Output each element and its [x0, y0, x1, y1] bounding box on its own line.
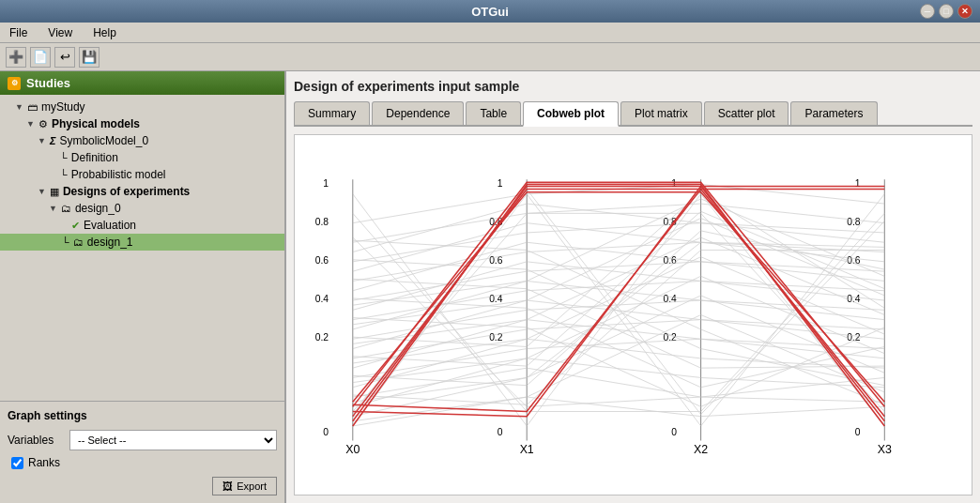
- ranks-row: Ranks: [8, 456, 277, 469]
- variables-select[interactable]: -- Select --: [69, 430, 277, 450]
- variables-label: Variables: [8, 434, 64, 447]
- menu-file[interactable]: File: [4, 24, 33, 41]
- y-tick-04-3: 0.4: [847, 294, 861, 304]
- cobweb-chart: X0 X1 X2 X3 1 0.8 0.6 0.4 0.2 0 1 0.8 0.…: [295, 135, 972, 495]
- line-icon-2: └: [60, 169, 68, 180]
- studies-icon: ⚙: [8, 77, 21, 90]
- tree-item-physical-models[interactable]: ▼ ⚙ Physical models: [0, 115, 284, 132]
- right-panel: Design of experiments input sample Summa…: [286, 71, 980, 503]
- tab-scatter[interactable]: Scatter plot: [704, 101, 789, 125]
- x0-label: X0: [345, 443, 360, 456]
- studies-header: ⚙ Studies: [0, 71, 284, 95]
- chart-area: X0 X1 X2 X3 1 0.8 0.6 0.4 0.2 0 1 0.8 0.…: [294, 134, 972, 495]
- tree-label-design-1: design_1: [87, 236, 133, 249]
- studies-label: Studies: [26, 76, 70, 90]
- y-tick-0-3: 0: [855, 427, 861, 437]
- main-layout: ⚙ Studies ▼ 🗃 myStudy ▼ ⚙ Physical model…: [0, 71, 980, 503]
- variables-row: Variables -- Select --: [8, 430, 277, 450]
- y-tick-0-2: 0: [671, 427, 677, 437]
- y-tick-02-0: 0.2: [315, 332, 329, 343]
- table-icon: ▦: [50, 186, 59, 198]
- y-tick-0-0: 0: [323, 427, 329, 437]
- expand-arrow-pm: ▼: [26, 119, 35, 129]
- tree-label-definition: Definition: [71, 151, 118, 164]
- x3-label: X3: [878, 443, 892, 456]
- tab-cobweb[interactable]: Cobweb plot: [523, 101, 619, 127]
- tree-item-design-0[interactable]: ▼ 🗂 design_0: [0, 200, 284, 217]
- graph-settings-title: Graph settings: [8, 409, 277, 422]
- x2-label: X2: [694, 443, 708, 456]
- export-row: 🖼 Export: [8, 477, 277, 495]
- y-tick-06-0: 0.6: [315, 255, 329, 266]
- maximize-button[interactable]: □: [939, 4, 954, 19]
- tab-table[interactable]: Table: [466, 101, 521, 125]
- tree-item-definition[interactable]: └ Definition: [0, 149, 284, 166]
- folder-icon-d1b: 🗂: [73, 236, 84, 248]
- line-icon: └: [60, 152, 68, 163]
- folder-icon-d1: └: [49, 236, 69, 248]
- tree-label-design-0: design_0: [75, 202, 121, 215]
- tree-label-probabilistic-model: Probabilistic model: [71, 168, 166, 181]
- menu-view[interactable]: View: [42, 24, 78, 41]
- tree: ▼ 🗃 myStudy ▼ ⚙ Physical models ▼ Σ Symb…: [0, 95, 284, 401]
- tab-plot-matrix[interactable]: Plot matrix: [620, 101, 702, 125]
- y-tick-02-3: 0.2: [847, 332, 861, 343]
- window-controls: ─ □ ✕: [920, 4, 972, 19]
- gear-icon: ⚙: [38, 118, 48, 130]
- tab-summary[interactable]: Summary: [294, 101, 370, 125]
- tree-item-probabilistic-model[interactable]: └ Probabilistic model: [0, 166, 284, 183]
- tree-label-evaluation: Evaluation: [84, 219, 136, 232]
- tree-label-doe: Designs of experiments: [63, 185, 190, 198]
- folder-icon-d0: 🗂: [61, 203, 71, 214]
- expand-arrow-doe: ▼: [38, 187, 46, 196]
- tab-dependence[interactable]: Dependence: [372, 101, 464, 125]
- sigma-icon: Σ: [50, 135, 56, 146]
- tree-label-my-study: myStudy: [41, 100, 85, 114]
- app-title: OTGui: [471, 5, 509, 19]
- y-tick-08-0: 0.8: [315, 217, 329, 227]
- tab-parameters[interactable]: Parameters: [790, 101, 877, 125]
- titlebar: OTGui ─ □ ✕: [0, 0, 980, 23]
- undo-button[interactable]: ↩: [54, 47, 75, 68]
- x1-label: X1: [520, 443, 534, 456]
- left-panel: ⚙ Studies ▼ 🗃 myStudy ▼ ⚙ Physical model…: [0, 71, 286, 503]
- open-button[interactable]: 📄: [30, 47, 51, 68]
- tree-label-physical-models: Physical models: [52, 117, 140, 130]
- tree-item-design-1[interactable]: └ 🗂 design_1: [0, 234, 284, 251]
- graph-settings: Graph settings Variables -- Select -- Ra…: [0, 401, 284, 503]
- content-title: Design of experiments input sample: [294, 79, 972, 94]
- expand-arrow-sm: ▼: [38, 136, 46, 145]
- y-tick-1-1: 1: [498, 178, 503, 189]
- y-tick-08-3: 0.8: [847, 217, 861, 227]
- close-button[interactable]: ✕: [957, 4, 972, 19]
- y-tick-04-0: 0.4: [315, 294, 329, 304]
- toolbar: ➕ 📄 ↩ 💾: [0, 43, 980, 71]
- tree-item-symbolic-model[interactable]: ▼ Σ SymbolicModel_0: [0, 132, 284, 149]
- save-button[interactable]: 💾: [79, 47, 100, 68]
- expand-arrow: ▼: [15, 102, 23, 112]
- tree-label-symbolic-model: SymbolicModel_0: [59, 134, 148, 147]
- menubar: File View Help: [0, 23, 980, 43]
- tree-item-my-study[interactable]: ▼ 🗃 myStudy: [0, 99, 284, 115]
- tree-item-evaluation[interactable]: ✔ Evaluation: [0, 217, 284, 234]
- minimize-button[interactable]: ─: [920, 4, 935, 19]
- y-tick-1-0: 1: [323, 178, 329, 189]
- ranks-label: Ranks: [28, 456, 60, 469]
- folder-icon: 🗃: [27, 101, 38, 113]
- export-icon: 🖼: [222, 480, 233, 492]
- tree-item-doe[interactable]: ▼ ▦ Designs of experiments: [0, 183, 284, 200]
- export-button[interactable]: 🖼 Export: [212, 477, 277, 495]
- tabs: Summary Dependence Table Cobweb plot Plo…: [294, 101, 972, 127]
- y-tick-0-1: 0: [498, 427, 503, 437]
- expand-arrow-d0: ▼: [49, 204, 57, 213]
- menu-help[interactable]: Help: [87, 24, 122, 41]
- check-icon: ✔: [71, 220, 80, 232]
- ranks-checkbox[interactable]: [11, 457, 23, 469]
- new-button[interactable]: ➕: [6, 47, 26, 68]
- export-label: Export: [237, 480, 267, 492]
